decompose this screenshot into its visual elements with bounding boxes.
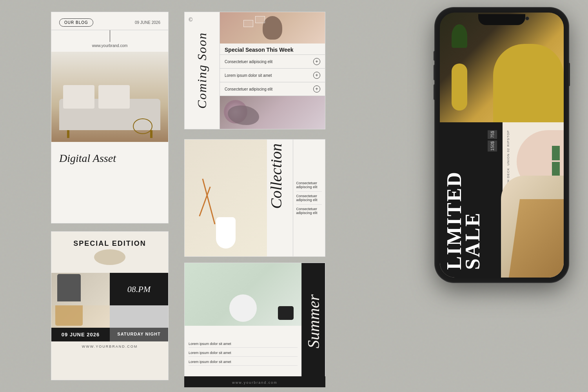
coming-list-item-1: Consectetuer adipiscing elit +	[220, 55, 325, 69]
blog-divider-line	[110, 30, 110, 42]
special-date-row: 09 JUNE 2026 SATURDAY NIGHT	[51, 328, 168, 341]
coming-left-panel: © Coming Soon	[185, 12, 220, 129]
wooden-chairs-shape	[509, 199, 564, 278]
blog-title: Digital Asset	[51, 142, 168, 169]
collection-image	[185, 140, 267, 256]
vase-shape	[216, 217, 236, 249]
price-1: 75$	[488, 130, 497, 139]
special-edition-header: SPECIAL EDITION	[51, 232, 168, 273]
phone-camera	[525, 16, 529, 20]
summer-item-3: Lorem ipsum dolor sit amet	[189, 358, 298, 366]
white-chair-shape	[229, 294, 257, 322]
special-date: 09 JUNE 2026	[51, 328, 110, 341]
collection-title: Collection	[267, 140, 293, 213]
blog-url: www.yourbrand.com	[51, 42, 168, 52]
coming-top-image	[220, 12, 325, 44]
summer-item-2: Lorem ipsum dolor sit amet	[189, 349, 298, 357]
green-stripe-2	[552, 162, 560, 176]
summer-footer: www.yourbrand.com	[184, 376, 325, 387]
collection-item-2: Consectetuer adipiscing elit	[296, 192, 322, 205]
phone-outer: 75$ 150$ LIMITEDSALE UNION 02 RIPSTOP BR…	[435, 8, 568, 282]
summer-item-1: Lorem ipsum dolor sit amet	[189, 340, 298, 348]
coming-plus-1[interactable]: +	[313, 58, 320, 65]
glass-rect2	[255, 16, 265, 23]
special-image-grid: 08.PM	[51, 273, 168, 328]
coming-soon-text: Coming Soon	[195, 32, 209, 109]
collection-list: Consectetuer adipiscing elit Consectetue…	[293, 140, 325, 256]
card-blog: OUR BLOG 09 JUNE 2026 www.yourbrand.com …	[51, 12, 169, 223]
coming-list-text-1: Consectetuer adipiscing elit	[225, 60, 272, 64]
card-summer: Lorem ipsum dolor sit amet Lorem ipsum d…	[184, 263, 325, 380]
phone-mute-button	[434, 51, 435, 61]
copyright-symbol: ©	[189, 17, 193, 23]
sofa-leg2	[150, 130, 152, 138]
summer-list: Lorem ipsum dolor sit amet Lorem ipsum d…	[185, 326, 301, 380]
summer-title: Summer	[304, 294, 323, 348]
collection-item-3: Consectetuer adipiscing elit	[296, 205, 322, 217]
card-collection: Collection Consectetuer adipiscing elit …	[184, 139, 325, 257]
sofa-leg1	[67, 130, 69, 138]
summer-right-panel: Summer	[301, 263, 325, 380]
special-image3	[110, 305, 168, 328]
phone-power-button	[568, 63, 570, 86]
canvas: OUR BLOG 09 JUNE 2026 www.yourbrand.com …	[0, 0, 588, 392]
blog-logo: OUR BLOG	[59, 18, 93, 27]
black-bag-shape	[278, 306, 294, 320]
special-day: SATURDAY NIGHT	[110, 328, 168, 341]
collection-item-1: Consectetuer adipiscing elit	[296, 179, 322, 192]
phone-container: 75$ 150$ LIMITEDSALE UNION 02 RIPSTOP BR…	[435, 8, 568, 384]
coming-right-panel: Special Season This Week Consectetuer ad…	[220, 12, 325, 129]
special-time-box: 08.PM	[110, 273, 168, 305]
blog-header: OUR BLOG 09 JUNE 2026	[51, 12, 168, 30]
phone-plant-shape	[452, 24, 467, 48]
coming-list-text-2: Lorem ipsum dolor sit amet	[225, 73, 272, 78]
phone-volume-down-button	[434, 84, 435, 100]
glass-rect1	[243, 20, 253, 27]
special-circle-decoration	[94, 249, 125, 265]
summer-left-panel: Lorem ipsum dolor sit amet Lorem ipsum d…	[185, 263, 301, 380]
special-footer-url: WWW.YOURBRAND.COM	[51, 341, 168, 352]
table-shape	[133, 118, 152, 134]
coming-list-item-3: Consectetuer adipiscing elit +	[220, 82, 325, 96]
price-badge: 75$ 150$	[488, 130, 497, 152]
sofa-cushion2	[98, 85, 130, 109]
coming-bottom-image	[220, 96, 325, 129]
sofa-cushion1	[63, 85, 94, 109]
coming-title-row: Special Season This Week	[220, 44, 325, 55]
special-edition-title: SPECIAL EDITION	[59, 240, 160, 248]
wooden-chair-shape	[55, 305, 83, 326]
price-2: 150$	[488, 140, 497, 151]
collection-right-panel: Collection	[267, 140, 293, 256]
phone-top-section	[440, 13, 564, 122]
coming-list-text-3: Consectetuer adipiscing elit	[225, 87, 272, 91]
card-special-edition: SPECIAL EDITION 08.PM 09 JUNE 2026 SATUR…	[51, 231, 169, 380]
phone-yellow-chair	[493, 44, 564, 122]
blog-image	[51, 52, 168, 142]
blog-date: 09 JUNE 2026	[135, 20, 160, 25]
limited-sale-text: LIMITEDSALE	[445, 171, 497, 270]
phone-volume-up-button	[434, 65, 435, 80]
coming-list-item-2: Lorem ipsum dolor sit amet +	[220, 69, 325, 82]
phone-bottom-section: 75$ 150$ LIMITEDSALE UNION 02 RIPSTOP BR…	[440, 122, 564, 278]
chair-dark-shape	[57, 274, 81, 301]
product-label-1: UNION 02 RIPSTOP	[506, 130, 510, 165]
coming-plus-3[interactable]: +	[313, 85, 320, 93]
special-image2	[51, 305, 110, 328]
special-chair-image	[51, 273, 110, 305]
green-stripe-1	[552, 146, 560, 160]
card-coming-soon: © Coming Soon Special Season This Week C…	[184, 12, 325, 129]
summer-image	[185, 263, 301, 326]
phone-furniture-image	[501, 176, 564, 278]
coming-title: Special Season This Week	[225, 47, 320, 53]
phone-screen: 75$ 150$ LIMITEDSALE UNION 02 RIPSTOP BR…	[440, 13, 564, 278]
summer-footer-url: www.yourbrand.com	[232, 381, 278, 385]
person-head	[263, 16, 282, 40]
phone-chair-arm	[452, 64, 467, 111]
phone-dark-panel: 75$ 150$ LIMITEDSALE	[440, 122, 503, 278]
coming-plus-2[interactable]: +	[313, 72, 320, 79]
phone-notch	[478, 14, 525, 25]
